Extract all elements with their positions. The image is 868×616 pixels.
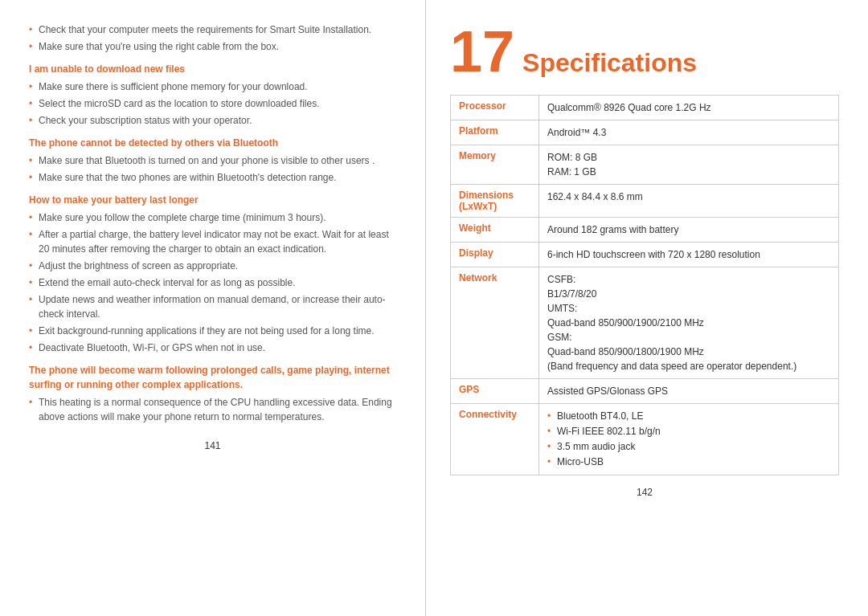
list-item: Adjust the brightness of screen as appro…: [29, 259, 396, 273]
list-item: This heating is a normal consequence of …: [29, 395, 396, 424]
list-item: Make sure that you're using the right ca…: [29, 39, 396, 54]
specs-table: Processor Qualcomm® 8926 Quad core 1.2G …: [450, 95, 839, 475]
list-item: Check your subscription status with your…: [29, 113, 396, 128]
chapter-title: Specifications: [522, 48, 697, 78]
heating-bullets: This heating is a normal consequence of …: [29, 395, 396, 424]
list-item: Make sure there is sufficient phone memo…: [29, 80, 396, 94]
right-page: 17 Specifications Processor Qualcomm® 89…: [426, 0, 868, 616]
spec-value-memory: ROM: 8 GBRAM: 1 GB: [539, 145, 839, 185]
table-row: Weight Around 182 grams with battery: [451, 218, 839, 243]
download-bullets: Make sure there is sufficient phone memo…: [29, 80, 396, 128]
spec-label-gps: GPS: [451, 379, 539, 404]
list-item: Deactivate Bluetooth, Wi-Fi, or GPS when…: [29, 341, 396, 355]
list-item: Update news and weather information on m…: [29, 292, 396, 321]
left-content: Check that your computer meets the requi…: [29, 22, 396, 424]
table-row: Dimensions(LxWxT) 162.4 x 84.4 x 8.6 mm: [451, 185, 839, 218]
list-item: After a partial charge, the battery leve…: [29, 227, 396, 256]
list-item: 3.5 mm audio jack: [547, 439, 830, 454]
spec-label-memory: Memory: [451, 145, 539, 185]
list-item: Make sure that Bluetooth is turned on an…: [29, 153, 396, 168]
spec-label-connectivity: Connectivity: [451, 404, 539, 475]
chapter-number: 17: [450, 22, 514, 80]
spec-value-weight: Around 182 grams with battery: [539, 218, 839, 243]
table-row: Connectivity Bluetooth BT4.0, LE Wi-Fi I…: [451, 404, 839, 475]
battery-bullets: Make sure you follow the complete charge…: [29, 210, 396, 355]
list-item: Extend the email auto-check interval for…: [29, 275, 396, 290]
left-page: Check that your computer meets the requi…: [0, 0, 426, 616]
list-item: Make sure that the two phones are within…: [29, 170, 396, 185]
spec-label-processor: Processor: [451, 96, 539, 120]
spec-value-platform: Android™ 4.3: [539, 120, 839, 145]
table-row: Platform Android™ 4.3: [451, 120, 839, 145]
spec-label-weight: Weight: [451, 218, 539, 243]
spec-value-connectivity: Bluetooth BT4.0, LE Wi-Fi IEEE 802.11 b/…: [539, 404, 839, 475]
spec-value-network: CSFB: B1/3/7/8/20 UMTS: Quad-band 850/90…: [539, 267, 839, 379]
spec-value-dimensions: 162.4 x 84.4 x 8.6 mm: [539, 185, 839, 218]
spec-label-dimensions: Dimensions(LxWxT): [451, 185, 539, 218]
spec-label-display: Display: [451, 243, 539, 267]
table-row: Network CSFB: B1/3/7/8/20 UMTS: Quad-ban…: [451, 267, 839, 379]
list-item: Micro-USB: [547, 455, 830, 469]
connectivity-list: Bluetooth BT4.0, LE Wi-Fi IEEE 802.11 b/…: [547, 409, 830, 469]
list-item: Wi-Fi IEEE 802.11 b/g/n: [547, 424, 830, 439]
table-row: GPS Assisted GPS/Glonass GPS: [451, 379, 839, 404]
page-number-left: 141: [29, 439, 396, 453]
spec-label-platform: Platform: [451, 120, 539, 145]
spec-value-display: 6-inch HD touchscreen with 720 x 1280 re…: [539, 243, 839, 267]
chapter-header: 17 Specifications: [450, 22, 839, 80]
list-item: Make sure you follow the complete charge…: [29, 210, 396, 225]
section-heading-battery: How to make your battery last longer: [29, 193, 396, 207]
page: Check that your computer meets the requi…: [0, 0, 868, 616]
table-row: Memory ROM: 8 GBRAM: 1 GB: [451, 145, 839, 185]
list-item: Select the microSD card as the location …: [29, 96, 396, 111]
spec-value-processor: Qualcomm® 8926 Quad core 1.2G Hz: [539, 96, 839, 120]
list-item: Bluetooth BT4.0, LE: [547, 409, 830, 423]
list-item: Exit background-running applications if …: [29, 324, 396, 338]
spec-label-network: Network: [451, 267, 539, 379]
page-number-right: 142: [450, 487, 839, 498]
section-heading-download: I am unable to download new files: [29, 62, 396, 76]
list-item: Check that your computer meets the requi…: [29, 22, 396, 37]
intro-bullets: Check that your computer meets the requi…: [29, 22, 396, 54]
section-heading-bluetooth: The phone cannot be detected by others v…: [29, 136, 396, 150]
table-row: Processor Qualcomm® 8926 Quad core 1.2G …: [451, 96, 839, 120]
bold-warning-heading: The phone will become warm following pro…: [29, 363, 396, 392]
spec-value-gps: Assisted GPS/Glonass GPS: [539, 379, 839, 404]
bluetooth-bullets: Make sure that Bluetooth is turned on an…: [29, 153, 396, 185]
table-row: Display 6-inch HD touchscreen with 720 x…: [451, 243, 839, 267]
